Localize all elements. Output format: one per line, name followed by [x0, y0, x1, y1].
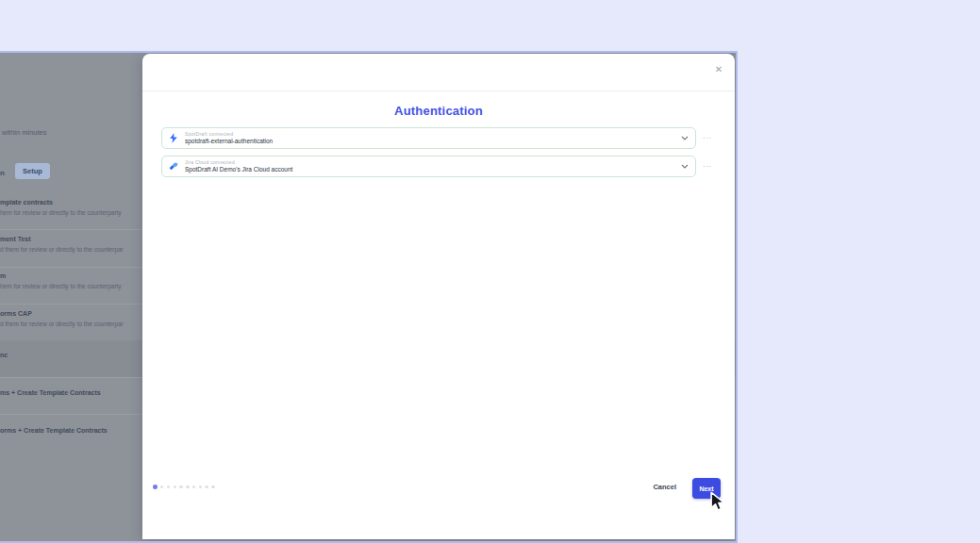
- field-value: spotdraft-external-authentication: [185, 138, 681, 145]
- more-options-icon[interactable]: ···: [703, 133, 716, 144]
- next-button[interactable]: Next: [692, 478, 721, 499]
- chevron-down-icon: [681, 164, 689, 169]
- background-list-item-title: ms + Create Template Contracts: [0, 389, 101, 396]
- pagination-dot[interactable]: [199, 485, 202, 488]
- spotdraft-bolt-icon: [169, 133, 178, 143]
- pagination-dot[interactable]: [192, 485, 195, 488]
- field-texts: Jira Cloud connected SpotDraft AI Demo's…: [185, 159, 681, 173]
- chevron-down-icon: [681, 136, 689, 140]
- background-list-item-title: nc: [0, 352, 8, 358]
- background-tagline: within minutes: [2, 128, 47, 137]
- close-icon[interactable]: ✕: [712, 63, 725, 76]
- pagination-dot-active[interactable]: [153, 485, 158, 489]
- pagination-dot[interactable]: [205, 485, 208, 488]
- pagination-dot[interactable]: [174, 485, 176, 488]
- background-list-item-title: orms CAP: [0, 310, 32, 317]
- cancel-button[interactable]: Cancel: [653, 483, 676, 491]
- background-app-window: within minutes n Setup mplate contracts …: [0, 51, 738, 543]
- tab-setup: Setup: [15, 163, 50, 179]
- pagination-dot[interactable]: [160, 485, 163, 488]
- pagination-dots: [153, 484, 215, 490]
- background-list-item-title: mplate contracts: [0, 199, 53, 206]
- background-tab-fragment: n: [0, 169, 5, 177]
- field-texts: SpotDraft connected spotdraft-external-a…: [185, 131, 681, 145]
- background-list-item-title: m: [0, 272, 6, 279]
- authentication-modal: ✕ Authentication SpotDraft connected spo…: [142, 54, 735, 539]
- background-list-item-title: orms + Create Template Contracts: [0, 427, 108, 434]
- pagination-dot[interactable]: [186, 485, 189, 488]
- field-value: SpotDraft AI Demo's Jira Cloud account: [185, 166, 681, 173]
- pagination-dot[interactable]: [211, 485, 214, 488]
- modal-title: Authentication: [142, 104, 735, 118]
- jira-icon: [169, 161, 178, 172]
- background-list-item-title: ment Test: [0, 236, 31, 242]
- dropdown-spotdraft-connection[interactable]: SpotDraft connected spotdraft-external-a…: [161, 127, 696, 149]
- background-list-item-desc: d them for review or directly to the cou…: [0, 321, 124, 327]
- pagination-dot[interactable]: [179, 485, 182, 488]
- pagination-dot[interactable]: [167, 485, 170, 488]
- dropdown-jira-connection[interactable]: Jira Cloud connected SpotDraft AI Demo's…: [161, 156, 696, 177]
- background-list-item-desc: hem for review or directly to the counte…: [0, 209, 122, 216]
- background-list-item-desc: d them for review or directly to the cou…: [0, 246, 124, 253]
- background-list-item-desc: hem for review or directly to the counte…: [0, 283, 122, 289]
- more-options-icon[interactable]: ···: [703, 161, 716, 173]
- modal-header: ✕: [142, 54, 735, 91]
